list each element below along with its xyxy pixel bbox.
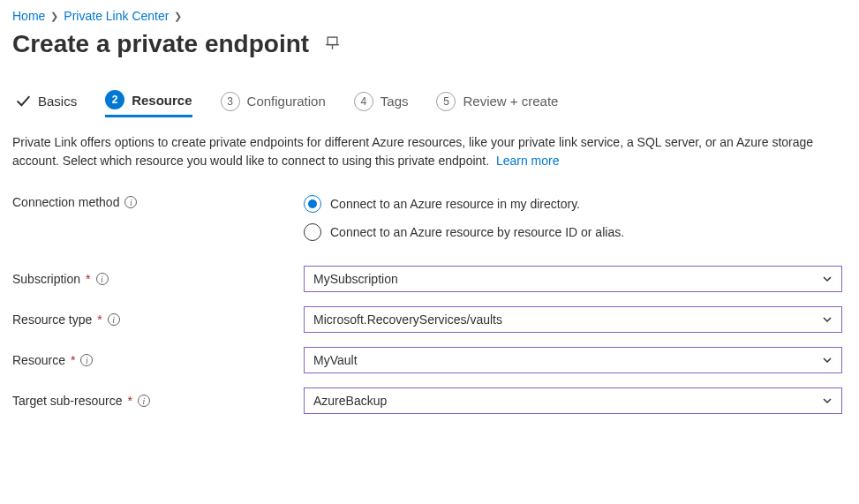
tab-label: Basics bbox=[38, 94, 77, 109]
step-number-icon: 5 bbox=[436, 92, 456, 111]
chevron-right-icon: ❯ bbox=[50, 11, 58, 22]
chevron-down-icon bbox=[822, 274, 833, 284]
info-icon[interactable]: i bbox=[80, 354, 93, 366]
radio-icon bbox=[304, 195, 321, 213]
chevron-right-icon: ❯ bbox=[174, 11, 182, 22]
tab-resource[interactable]: 2 Resource bbox=[105, 85, 192, 117]
radio-icon bbox=[304, 223, 321, 241]
info-icon[interactable]: i bbox=[96, 273, 109, 285]
description-text: Private Link offers options to create pr… bbox=[12, 135, 813, 168]
chevron-down-icon bbox=[822, 395, 833, 406]
breadcrumb: Home ❯ Private Link Center ❯ bbox=[12, 9, 847, 23]
select-value: MyVault bbox=[313, 353, 358, 367]
wizard-tabs: Basics 2 Resource 3 Configuration 4 Tags… bbox=[12, 85, 847, 117]
info-icon[interactable]: i bbox=[124, 196, 137, 208]
tab-tags[interactable]: 4 Tags bbox=[354, 87, 409, 117]
radio-label: Connect to an Azure resource in my direc… bbox=[330, 197, 580, 211]
field-label: Connection method i bbox=[12, 195, 304, 209]
learn-more-link[interactable]: Learn more bbox=[496, 154, 560, 168]
subscription-select[interactable]: MySubscription bbox=[304, 266, 842, 292]
field-label: Target sub-resource * i bbox=[12, 394, 304, 408]
radio-connect-directory[interactable]: Connect to an Azure resource in my direc… bbox=[304, 195, 624, 213]
select-value: AzureBackup bbox=[313, 394, 387, 408]
tab-configuration[interactable]: 3 Configuration bbox=[221, 87, 326, 117]
field-resource: Resource * i MyVault bbox=[12, 347, 847, 373]
required-indicator: * bbox=[71, 353, 75, 367]
tab-description: Private Link offers options to create pr… bbox=[12, 133, 847, 170]
chevron-down-icon bbox=[822, 314, 833, 325]
chevron-down-icon bbox=[822, 355, 833, 365]
field-connection-method: Connection method i Connect to an Azure … bbox=[12, 195, 847, 241]
pin-icon[interactable] bbox=[325, 35, 340, 54]
field-label: Resource * i bbox=[12, 353, 304, 367]
required-indicator: * bbox=[86, 272, 90, 286]
required-indicator: * bbox=[97, 312, 102, 327]
tab-label: Resource bbox=[132, 93, 192, 108]
step-number-icon: 2 bbox=[105, 90, 124, 109]
tab-label: Tags bbox=[381, 94, 409, 109]
tab-review-create[interactable]: 5 Review + create bbox=[436, 87, 558, 117]
info-icon[interactable]: i bbox=[138, 395, 150, 407]
select-value: MySubscription bbox=[313, 272, 398, 286]
tab-label: Configuration bbox=[247, 94, 326, 109]
resource-type-select[interactable]: Microsoft.RecoveryServices/vaults bbox=[304, 306, 842, 333]
connection-method-radio-group: Connect to an Azure resource in my direc… bbox=[304, 195, 624, 241]
breadcrumb-private-link-center[interactable]: Private Link Center bbox=[64, 9, 169, 23]
field-label: Subscription * i bbox=[12, 272, 304, 286]
field-target-sub-resource: Target sub-resource * i AzureBackup bbox=[12, 387, 847, 414]
check-icon bbox=[16, 94, 31, 109]
tab-basics[interactable]: Basics bbox=[16, 88, 77, 114]
field-subscription: Subscription * i MySubscription bbox=[12, 266, 847, 292]
field-label: Resource type * i bbox=[12, 312, 304, 327]
info-icon[interactable]: i bbox=[108, 313, 120, 326]
svg-rect-0 bbox=[328, 37, 337, 45]
required-indicator: * bbox=[128, 394, 132, 408]
page-header: Create a private endpoint bbox=[12, 30, 847, 58]
tab-label: Review + create bbox=[463, 94, 558, 109]
step-number-icon: 3 bbox=[221, 92, 240, 111]
step-number-icon: 4 bbox=[354, 92, 373, 111]
radio-connect-resource-id[interactable]: Connect to an Azure resource by resource… bbox=[304, 223, 624, 241]
radio-label: Connect to an Azure resource by resource… bbox=[330, 225, 624, 239]
target-sub-resource-select[interactable]: AzureBackup bbox=[304, 387, 842, 414]
breadcrumb-home[interactable]: Home bbox=[12, 9, 45, 23]
resource-select[interactable]: MyVault bbox=[304, 347, 842, 373]
select-value: Microsoft.RecoveryServices/vaults bbox=[313, 312, 502, 327]
page-title: Create a private endpoint bbox=[12, 30, 309, 58]
field-resource-type: Resource type * i Microsoft.RecoveryServ… bbox=[12, 306, 847, 333]
